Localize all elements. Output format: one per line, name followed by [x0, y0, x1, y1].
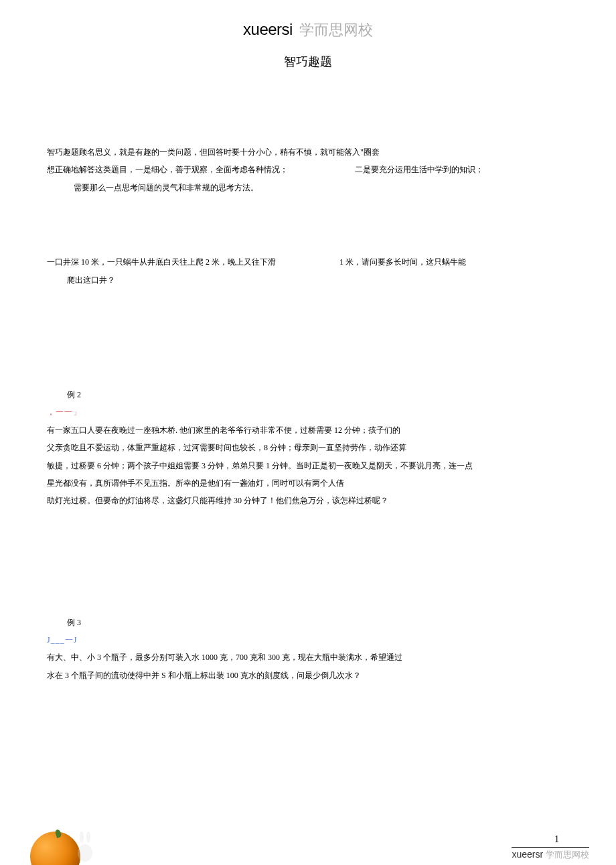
footer-brand-cn: 学而思网校: [546, 850, 589, 860]
intro-line-3: 需要那么一点思考问题的灵气和非常规的思考方法。: [47, 179, 569, 196]
example-3-label: 例 3: [47, 614, 569, 631]
page-number: 1: [554, 834, 559, 845]
footer-decoration: [20, 815, 100, 865]
intro-line-1: 智巧趣题顾名思义，就是有趣的一类问题，但回答时要十分小心，稍有不慎，就可能落入"…: [47, 143, 569, 161]
leaf-icon: [54, 829, 62, 838]
example-2-label: 例 2: [47, 386, 569, 403]
example-2-line-3: 敏捷，过桥要 6 分钟；两个孩子中姐姐需要 3 分钟，弟弟只要 1 分钟。当时正…: [47, 457, 569, 474]
brand-title: xueersi 学而思网校: [0, 20, 616, 40]
example-1-line-2: 爬出这口井？: [47, 271, 569, 289]
brand-en: xueersi: [243, 20, 293, 38]
example-2: 例 2 ，一一」 有一家五口人要在夜晚过一座独木桥. 他们家里的老爷爷行动非常不…: [47, 386, 569, 510]
example-2-line-1: 有一家五口人要在夜晚过一座独木桥. 他们家里的老爷爷行动非常不便，过桥需要 12…: [47, 421, 569, 439]
intro-line-2: 想正确地解答这类题目，一是细心，善于观察，全面考虑各种情况； 二是要充分运用生活…: [47, 161, 569, 178]
intro-line-2-left: 想正确地解答这类题目，一是细心，善于观察，全面考虑各种情况；: [47, 161, 288, 178]
example-2-line-2: 父亲贪吃且不爱运动，体重严重超标，过河需要时间也较长，8 分钟；母亲则一直坚持劳…: [47, 439, 569, 456]
intro-line-2-right: 二是要充分运用生活中学到的知识；: [355, 161, 483, 178]
intro-section: 智巧趣题顾名思义，就是有趣的一类问题，但回答时要十分小心，稍有不慎，就可能落入"…: [47, 143, 569, 196]
example-1-line-1-right: 1 米，请问要多长时间，这只蜗牛能: [339, 253, 466, 271]
example-3-marker: J___一J: [47, 631, 569, 649]
example-1: 一口井深 10 米，一只蜗牛从井底白天往上爬 2 米，晚上又往下滑 1 米，请问…: [47, 253, 569, 289]
svg-point-2: [86, 831, 90, 843]
example-2-marker: ，一一」: [47, 403, 569, 421]
orange-orb-icon: [30, 831, 80, 865]
rabbit-icon: [74, 831, 97, 862]
document-content: 智巧趣题顾名思义，就是有趣的一类问题，但回答时要十分小心，稍有不慎，就可能落入"…: [0, 143, 616, 684]
document-title: 智巧趣题: [0, 54, 616, 70]
example-3: 例 3 J___一J 有大、中、小 3 个瓶子，最多分别可装入水 1000 克，…: [47, 614, 569, 685]
example-3-line-2: 水在 3 个瓶子间的流动使得中并 S 和小瓶上标出装 100 克水的刻度线，问最…: [47, 667, 569, 684]
svg-point-0: [78, 844, 92, 862]
example-1-line-1: 一口井深 10 米，一只蜗牛从井底白天往上爬 2 米，晚上又往下滑 1 米，请问…: [47, 253, 569, 271]
page-header: xueersi 学而思网校 智巧趣题: [0, 0, 616, 70]
footer-brand: xueersr 学而思网校: [512, 847, 589, 861]
svg-point-1: [80, 831, 84, 843]
example-3-body: 有大、中、小 3 个瓶子，最多分别可装入水 1000 克，700 克和 300 …: [47, 649, 569, 684]
example-2-line-4: 星光都没有，真所谓伸手不见五指。所幸的是他们有一盏油灯，同时可以有两个人借: [47, 474, 569, 492]
example-2-line-5: 助灯光过桥。但要命的灯油将尽，这盏灯只能再维持 30 分钟了！他们焦急万分，该怎…: [47, 492, 569, 509]
footer-brand-en: xueersr: [512, 849, 543, 860]
example-3-line-1: 有大、中、小 3 个瓶子，最多分别可装入水 1000 克，700 克和 300 …: [47, 649, 569, 666]
example-2-body: 有一家五口人要在夜晚过一座独木桥. 他们家里的老爷爷行动非常不便，过桥需要 12…: [47, 421, 569, 510]
brand-cn: 学而思网校: [299, 21, 373, 38]
example-1-line-1-left: 一口井深 10 米，一只蜗牛从井底白天往上爬 2 米，晚上又往下滑: [47, 253, 276, 271]
